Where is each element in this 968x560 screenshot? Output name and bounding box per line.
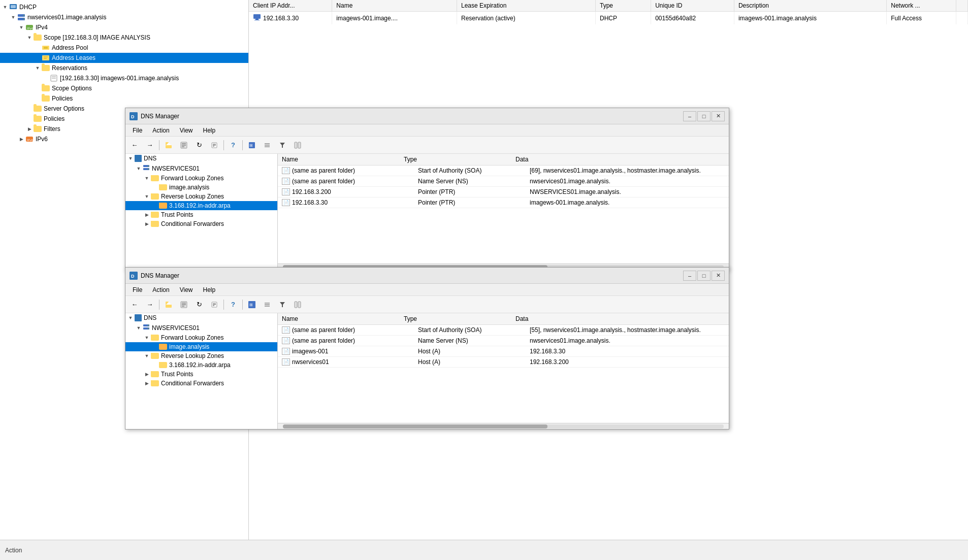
toolbar-view-1[interactable]: ⊞: [245, 139, 259, 152]
dns-record-row-1-3[interactable]: 📄 192.168.3.30 Pointer (PTR) imagews-001…: [278, 197, 729, 208]
col-network[interactable]: Network ...: [887, 0, 956, 12]
dns-col-data-header-2[interactable]: Data: [511, 315, 729, 322]
menu-file-2[interactable]: File: [127, 285, 147, 294]
col-unique-id[interactable]: Unique ID: [651, 0, 734, 12]
dns-reverse-lookup-2[interactable]: ▼ Reverse Lookup Zones: [125, 351, 277, 360]
scope-node[interactable]: ▼ Scope [192.168.3.0] IMAGE ANALYSIS: [0, 32, 248, 43]
toolbar-refresh-2[interactable]: ↻: [192, 298, 206, 311]
dns-reverse-zone-2[interactable]: 3.168.192.in-addr.arpa: [125, 360, 277, 370]
reservation-entry[interactable]: [192.168.3.30] imagews-001.image.analysi…: [0, 73, 248, 83]
col-type[interactable]: Type: [595, 0, 651, 12]
dns-tree-dns-1[interactable]: ▼ DNS: [125, 154, 277, 163]
toolbar-detail-1[interactable]: [260, 139, 274, 152]
dns-tree-nwservices-2[interactable]: ▼ NWSERVICES01: [125, 322, 277, 333]
dns-record-row-2-2[interactable]: 📄 imagews-001 Host (A) 192.168.3.30: [278, 346, 729, 357]
expand-dhcp[interactable]: ▼: [2, 4, 8, 10]
dns-conditional-2[interactable]: ▶ Conditional Forwarders: [125, 379, 277, 388]
dhcp-root[interactable]: ▼ DHCP: [0, 2, 248, 12]
dns-conditional-1[interactable]: ▶ Conditional Forwarders: [125, 219, 277, 228]
dns-col-type-header-1[interactable]: Type: [400, 156, 511, 163]
toolbar-columns-2[interactable]: [291, 298, 305, 311]
dns-record-row-2-0[interactable]: 📄 (same as parent folder) Start of Autho…: [278, 325, 729, 336]
dns-scrollbar-2[interactable]: [278, 423, 729, 429]
dns-tree-dns-2[interactable]: ▼ DNS: [125, 313, 277, 322]
dns-image-analysis-2[interactable]: image.analysis: [125, 342, 277, 351]
toolbar-export-1[interactable]: [207, 139, 221, 152]
toolbar-detail-2[interactable]: [260, 298, 274, 311]
maximize-btn-1[interactable]: □: [697, 111, 711, 121]
dns-expand-reverse-1[interactable]: ▼: [144, 193, 150, 200]
toolbar-back-2[interactable]: ←: [127, 298, 142, 311]
expand-filters[interactable]: ▶: [26, 126, 33, 132]
menu-view-2[interactable]: View: [175, 285, 198, 294]
close-btn-2[interactable]: ✕: [712, 271, 725, 281]
dns-col-name-header-1[interactable]: Name: [278, 156, 400, 163]
dns-expand-root-1[interactable]: ▼: [127, 155, 134, 161]
toolbar-view-2[interactable]: ⊞: [245, 298, 259, 311]
dns-expand-reverse-2[interactable]: ▼: [144, 353, 150, 359]
dns-expand-nwservices-1[interactable]: ▼: [136, 166, 142, 172]
col-name[interactable]: Name: [332, 0, 457, 12]
expand-ipv4[interactable]: ▼: [18, 24, 24, 30]
menu-action-1[interactable]: Action: [147, 126, 174, 135]
dns-record-row-2-3[interactable]: 📄 nwservices01 Host (A) 192.168.3.200: [278, 357, 729, 368]
dns-image-analysis-1[interactable]: image.analysis: [125, 183, 277, 192]
dns-expand-conditional-1[interactable]: ▶: [144, 221, 150, 227]
toolbar-tree-1[interactable]: [177, 139, 191, 152]
dns-reverse-zone-1[interactable]: 3.168.192.in-addr.arpa: [125, 201, 277, 210]
toolbar-filter-1[interactable]: [275, 139, 289, 152]
toolbar-help-1[interactable]: ?: [226, 139, 240, 152]
toolbar-columns-1[interactable]: [291, 139, 305, 152]
dns-tree-nwservices-1[interactable]: ▼ NWSERVICES01: [125, 163, 277, 174]
dns-expand-conditional-2[interactable]: ▶: [144, 380, 150, 386]
dns-forward-lookup-1[interactable]: ▼ Forward Lookup Zones: [125, 174, 277, 183]
ipv4-node[interactable]: ▼ IPv4 IPv4: [0, 22, 248, 32]
dns-record-row-1-0[interactable]: 📄 (same as parent folder) Start of Autho…: [278, 166, 729, 176]
menu-help-2[interactable]: Help: [198, 285, 221, 294]
toolbar-up-1[interactable]: [162, 139, 176, 152]
minimize-btn-1[interactable]: –: [683, 111, 696, 121]
expand-scope[interactable]: ▼: [26, 35, 33, 41]
lease-row-1[interactable]: 192.168.3.30 imagews-001.image.... Reser…: [249, 12, 968, 25]
expand-ipv6[interactable]: ▶: [18, 136, 24, 142]
close-btn-1[interactable]: ✕: [712, 111, 725, 121]
menu-help-1[interactable]: Help: [198, 126, 221, 135]
address-leases-node[interactable]: Address Leases: [0, 53, 248, 63]
dns-expand-root-2[interactable]: ▼: [127, 315, 134, 321]
col-client-ip[interactable]: Client IP Addr...: [249, 0, 332, 12]
expand-server[interactable]: ▼: [10, 14, 16, 20]
dns-record-row-2-1[interactable]: 📄 (same as parent folder) Name Server (N…: [278, 336, 729, 346]
toolbar-back-1[interactable]: ←: [127, 139, 142, 152]
menu-action-2[interactable]: Action: [147, 285, 174, 294]
toolbar-fwd-2[interactable]: →: [143, 298, 157, 311]
dns-record-row-1-1[interactable]: 📄 (same as parent folder) Name Server (N…: [278, 176, 729, 187]
dns-trust-points-2[interactable]: ▶ Trust Points: [125, 370, 277, 379]
dns-expand-forward-2[interactable]: ▼: [144, 335, 150, 341]
toolbar-export-2[interactable]: [207, 298, 221, 311]
reservations-node[interactable]: ▼ Reservations: [0, 63, 248, 73]
dns-expand-nwservices-2[interactable]: ▼: [136, 325, 142, 331]
dns-expand-trust-1[interactable]: ▶: [144, 212, 150, 218]
toolbar-up-2[interactable]: [162, 298, 176, 311]
menu-view-1[interactable]: View: [175, 126, 198, 135]
address-pool-node[interactable]: Address Pool: [0, 43, 248, 53]
dns-col-data-header-1[interactable]: Data: [511, 156, 729, 163]
dns-record-row-1-2[interactable]: 📄 192.168.3.200 Pointer (PTR) NWSERVICES…: [278, 187, 729, 197]
dns-expand-trust-2[interactable]: ▶: [144, 371, 150, 377]
toolbar-filter-2[interactable]: [275, 298, 289, 311]
dns-col-type-header-2[interactable]: Type: [400, 315, 511, 322]
maximize-btn-2[interactable]: □: [697, 271, 711, 281]
toolbar-help-2[interactable]: ?: [226, 298, 240, 311]
dns-forward-lookup-2[interactable]: ▼ Forward Lookup Zones: [125, 333, 277, 342]
scope-policies-node[interactable]: Policies: [0, 93, 248, 104]
dns-expand-forward-1[interactable]: ▼: [144, 175, 150, 181]
col-lease-expiration[interactable]: Lease Expiration: [457, 0, 595, 12]
menu-file-1[interactable]: File: [127, 126, 147, 135]
toolbar-fwd-1[interactable]: →: [143, 139, 157, 152]
dns-trust-points-1[interactable]: ▶ Trust Points: [125, 210, 277, 219]
dns-reverse-lookup-1[interactable]: ▼ Reverse Lookup Zones: [125, 192, 277, 201]
col-description[interactable]: Description: [734, 0, 886, 12]
dhcp-server[interactable]: ▼ nwservices01.image.analysis: [0, 12, 248, 22]
dns-titlebar-1[interactable]: D DNS Manager – □ ✕: [125, 108, 729, 124]
dns-titlebar-2[interactable]: D DNS Manager – □ ✕: [125, 268, 729, 284]
